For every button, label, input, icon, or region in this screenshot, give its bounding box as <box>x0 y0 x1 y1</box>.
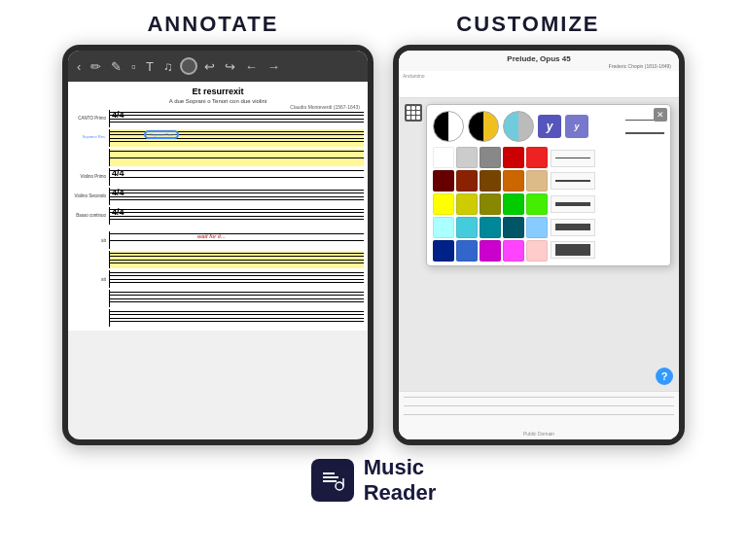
staff-row-bottom5 <box>72 309 364 327</box>
staff-bottom3 <box>109 270 364 288</box>
color-maroon[interactable] <box>433 170 454 192</box>
staff-violino2: 4/4 <box>109 188 364 205</box>
color-circle-active[interactable] <box>180 57 197 75</box>
app-logo-icon <box>311 459 354 502</box>
mini-score-subtitle: Andantino <box>403 73 425 79</box>
color-green[interactable] <box>503 193 524 215</box>
staff-soprano2 <box>109 149 364 166</box>
color-brown-red[interactable] <box>456 170 478 192</box>
staff-bottom5 <box>109 309 364 327</box>
color-light-cyan[interactable] <box>433 217 454 238</box>
line-medium[interactable] <box>625 128 664 138</box>
highlight-icon[interactable]: ▫ <box>128 58 139 75</box>
color-navy[interactable] <box>433 240 454 262</box>
grid-cell-7 <box>407 116 410 120</box>
bottom-label3: sit <box>72 270 109 288</box>
color-yellow[interactable] <box>433 193 454 215</box>
staff-bottom4 <box>109 290 364 307</box>
line-thickness-2[interactable] <box>551 172 595 190</box>
pen-circle-2[interactable] <box>468 111 499 142</box>
line-thickness-5[interactable] <box>551 241 595 259</box>
grid-cell-3 <box>416 106 420 110</box>
customize-body: ✕ y y <box>399 98 679 391</box>
color-dark-teal[interactable] <box>503 217 524 238</box>
part-label-basso: Basso continuo <box>72 207 109 225</box>
music-icon[interactable]: ♫ <box>160 58 176 75</box>
color-picker-close-button[interactable]: ✕ <box>654 108 667 122</box>
color-teal[interactable] <box>480 217 501 238</box>
redo-icon[interactable]: ↪ <box>222 58 238 75</box>
grid-cell-4 <box>407 111 410 115</box>
color-light-gray[interactable] <box>456 147 478 168</box>
pen-circle-3[interactable] <box>503 111 534 142</box>
bottom-label4 <box>72 290 109 307</box>
arrow-right-icon[interactable]: → <box>265 58 283 75</box>
staff-row-canto: CANTO Primo 4/4 <box>72 110 364 127</box>
back-icon[interactable]: ‹ <box>74 58 84 75</box>
tablet-annotate-screen: ‹ ✏ ✎ ▫ T ♫ ↩ ↪ ← → Et resurrexit A due … <box>68 51 368 439</box>
color-white[interactable] <box>433 147 454 168</box>
preview-staves <box>404 397 674 426</box>
help-button[interactable]: ? <box>656 368 673 385</box>
pen-icon[interactable]: ✎ <box>108 58 124 75</box>
color-picker-top-row: y y <box>433 111 664 142</box>
pen-y-button-2[interactable]: y <box>565 115 588 138</box>
pencil-icon[interactable]: ✏ <box>88 58 104 75</box>
color-orange-brown[interactable] <box>503 170 524 192</box>
staff-bottom1: wait for it... <box>109 231 364 249</box>
line-thickness-4[interactable] <box>551 219 595 236</box>
part-label-soprano2 <box>72 149 109 166</box>
staff-row-soprano: Soprano Rec. Soprano Rec. <box>72 129 364 147</box>
color-grid <box>433 147 548 262</box>
text-icon[interactable]: T <box>143 58 157 75</box>
color-picker-panel: ✕ y y <box>426 104 671 266</box>
grid-cell-6 <box>416 111 420 115</box>
tablets-container: ‹ ✏ ✎ ▫ T ♫ ↩ ↪ ← → Et resurrexit A due … <box>0 45 747 445</box>
undo-icon[interactable]: ↩ <box>201 58 218 75</box>
color-purple[interactable] <box>480 240 501 262</box>
color-red[interactable] <box>526 147 548 168</box>
line-thickness-1[interactable] <box>551 150 595 167</box>
tablet-customize: Prelude, Opus 45 Frederic Chopin (1810-1… <box>393 45 685 445</box>
part-label-soprano: Soprano Rec. <box>72 129 109 147</box>
logo-svg <box>317 465 348 496</box>
wait-text: wait for it... <box>197 233 226 239</box>
section-divider <box>72 227 364 229</box>
color-dark-red[interactable] <box>503 147 524 168</box>
color-mid-gray[interactable] <box>480 147 501 168</box>
arrow-left-icon[interactable]: ← <box>242 58 261 75</box>
color-pink[interactable] <box>526 240 548 262</box>
staff-bottom2 <box>109 251 364 268</box>
staff-row-bottom4 <box>72 290 364 307</box>
annotate-content: Et resurrexit A due Soprani o Tenori con… <box>68 82 368 331</box>
color-bright-green[interactable] <box>526 193 548 215</box>
app-name-line2: Reader <box>364 480 437 506</box>
color-blue[interactable] <box>456 240 478 262</box>
staff-basso: 4/4 <box>109 207 364 225</box>
customize-inner: Prelude, Opus 45 Frederic Chopin (1810-1… <box>399 51 679 439</box>
preview-public-domain-label: Public Domain <box>523 431 554 437</box>
color-sky[interactable] <box>526 217 548 238</box>
staff-row-violino2: Violino Secondo 4/4 <box>72 188 364 205</box>
svg-rect-1 <box>323 472 335 474</box>
color-tan[interactable] <box>526 170 548 192</box>
color-yellow-green[interactable] <box>456 193 478 215</box>
grid-icon[interactable] <box>405 104 422 122</box>
color-magenta[interactable] <box>503 240 524 262</box>
svg-rect-2 <box>323 476 338 478</box>
svg-rect-3 <box>323 480 337 482</box>
bottom-label1: sit <box>72 231 109 249</box>
staff-canto: 4/4 <box>109 110 364 127</box>
customize-score-header: Prelude, Opus 45 Frederic Chopin (1810-1… <box>399 51 679 71</box>
grid-cell-9 <box>416 116 420 120</box>
color-olive[interactable] <box>480 193 501 215</box>
mini-score-lines <box>407 75 671 92</box>
staff-row-violino1: Violino Primo 4/4 <box>72 168 364 186</box>
pen-y-button-1[interactable]: y <box>538 115 561 138</box>
line-thickness-3[interactable] <box>551 195 595 213</box>
color-cyan[interactable] <box>456 217 478 238</box>
bottom-score-preview: Public Domain <box>399 391 679 439</box>
staff-row-bottom3: sit <box>72 270 364 288</box>
pen-circle-1[interactable] <box>433 111 464 142</box>
color-brown[interactable] <box>480 170 501 192</box>
